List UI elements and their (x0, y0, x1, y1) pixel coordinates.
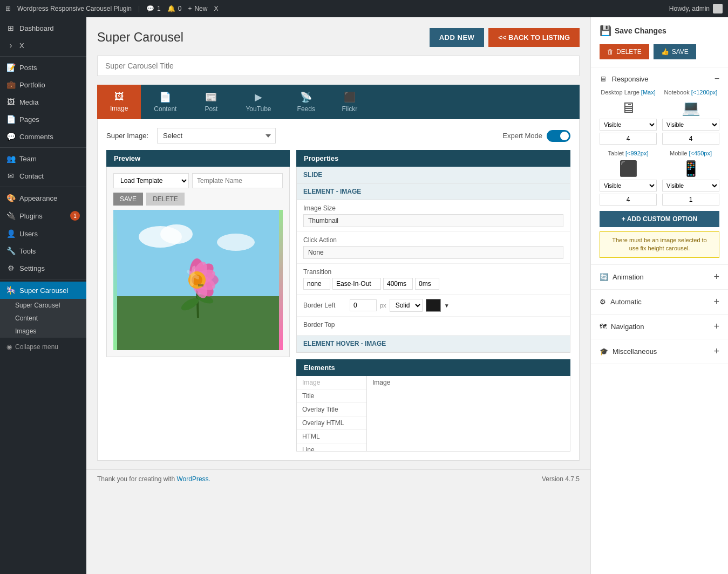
element-item-line[interactable]: Line (297, 443, 366, 451)
sidebar-item-x[interactable]: › X (0, 37, 86, 54)
new-link[interactable]: + New (188, 5, 207, 12)
site-icon[interactable]: ⊞ (5, 5, 11, 12)
x-icon: › (6, 41, 15, 50)
border-left-value[interactable] (350, 299, 377, 311)
two-col-panel: Preview Load Template SAVE DELETE (106, 150, 570, 452)
save-icon: 💾 (600, 25, 611, 37)
tablet-num-input[interactable] (600, 194, 657, 206)
notebook-icon: 💻 (662, 99, 719, 117)
element-item-html[interactable]: HTML (297, 430, 366, 443)
element-item-title[interactable]: Title (297, 390, 366, 403)
tab-label: Feeds (297, 105, 315, 113)
image-size-row: Image Size (297, 200, 570, 232)
sidebar-item-settings[interactable]: ⚙ Settings (0, 259, 86, 277)
template-delete-button[interactable]: DELETE (146, 193, 185, 206)
automatic-header[interactable]: ⚙ Automatic + (591, 290, 728, 314)
tab-label: YouTube (246, 105, 271, 113)
site-name[interactable]: Wordpress Responsive Carousel Plugin (17, 5, 132, 12)
transition-duration[interactable] (383, 278, 413, 290)
media-icon: 🖼 (6, 98, 15, 106)
notebook-visible-select[interactable]: Visible (662, 119, 719, 131)
wordpress-link[interactable]: WordPress. (176, 475, 210, 483)
delete-label: DELETE (616, 48, 642, 56)
submenu-item-super-carousel[interactable]: Super Carousel (0, 299, 86, 312)
navigation-header[interactable]: 🗺 Navigation + (591, 315, 728, 339)
slide-section-header[interactable]: SLIDE (297, 167, 570, 183)
sidebar-item-team[interactable]: 👥 Team (0, 150, 86, 167)
delete-button[interactable]: 🗑 DELETE (600, 44, 649, 59)
action-buttons: 🗑 DELETE 👍 SAVE (591, 44, 728, 67)
element-item-overlay-html[interactable]: Overlay HTML (297, 416, 366, 430)
swatch-arrow[interactable]: ▼ (444, 303, 450, 309)
submenu-label: Super Carousel (15, 302, 60, 309)
navigation-section: 🗺 Navigation + (591, 315, 728, 339)
close-link[interactable]: X (214, 5, 218, 12)
collapse-menu-button[interactable]: ◉ Collapse menu (0, 338, 86, 356)
submenu-item-images[interactable]: Images (0, 325, 86, 338)
image-size-input[interactable] (303, 214, 563, 227)
sidebar-item-contact[interactable]: ✉ Contact (0, 167, 86, 184)
expert-mode-toggle[interactable] (547, 130, 570, 142)
sidebar-item-appearance[interactable]: 🎨 Appearance (0, 189, 86, 207)
automatic-icon: ⚙ (600, 298, 606, 306)
sidebar-item-super-carousel[interactable]: 🎠 Super Carousel (0, 282, 86, 299)
save-button[interactable]: 👍 SAVE (654, 44, 696, 59)
notebook-num-input[interactable] (662, 133, 719, 145)
mobile-visible-select[interactable]: Visible (662, 180, 719, 192)
sidebar-item-plugins[interactable]: 🔌 Plugins 1 (0, 207, 86, 225)
desktop-num-input[interactable] (600, 133, 657, 145)
submenu-label: Content (15, 315, 38, 322)
miscellaneous-expand-icon: + (713, 346, 719, 357)
submenu-item-content[interactable]: Content (0, 312, 86, 325)
save-changes-button[interactable]: 💾 Save Changes (600, 25, 666, 37)
mobile-num-input[interactable] (662, 194, 719, 206)
sidebar-item-users[interactable]: 👤 Users (0, 225, 86, 242)
element-item-overlay-title[interactable]: Overlay Title (297, 403, 366, 416)
border-left-style[interactable]: Solid (390, 299, 423, 312)
transition-type[interactable] (303, 278, 330, 290)
admin-menu: ⊞ Dashboard › X 📝 Posts 💼 Portfolio 🖼 Me… (0, 17, 86, 574)
resp-mobile: Mobile [<450px] 📱 Visible (662, 150, 719, 206)
tab-image[interactable]: 🖼 Image (97, 85, 141, 119)
sidebar-item-portfolio[interactable]: 💼 Portfolio (0, 76, 86, 93)
add-custom-option-button[interactable]: + ADD CUSTOM OPTION (600, 211, 719, 227)
updates-link[interactable]: 🔔 0 (167, 5, 182, 12)
transition-easing[interactable] (332, 278, 381, 290)
responsive-collapse-button[interactable]: − (715, 74, 719, 84)
sidebar-item-dashboard[interactable]: ⊞ Dashboard (0, 19, 86, 37)
content-wrap: Super Carousel ADD NEW << BACK TO LISTIN… (86, 17, 590, 461)
click-action-input[interactable] (303, 246, 563, 259)
tab-feeds[interactable]: 📡 Feeds (284, 85, 328, 119)
sidebar-item-media[interactable]: 🖼 Media (0, 93, 86, 111)
back-to-listing-button[interactable]: << BACK TO LISTING (488, 28, 580, 47)
add-new-button[interactable]: ADD NEW (430, 28, 485, 47)
tab-content[interactable]: 📄 Content (141, 85, 189, 119)
element-item-image[interactable]: Image (297, 376, 366, 390)
tab-youtube[interactable]: ▶ YouTube (233, 85, 284, 119)
load-template-select[interactable]: Load Template (113, 173, 189, 188)
elements-header: Elements (296, 359, 570, 376)
tablet-visible-select[interactable]: Visible (600, 180, 657, 192)
transition-inputs (303, 278, 563, 290)
element-image-section-header[interactable]: ELEMENT - IMAGE (297, 183, 570, 200)
tab-flickr[interactable]: ⬛ Flickr (328, 85, 371, 119)
transition-delay[interactable] (415, 278, 439, 290)
sidebar-item-label: Plugins (19, 212, 43, 220)
miscellaneous-header[interactable]: 🎓 Miscellaneous + (591, 339, 728, 364)
comments-link[interactable]: 💬 1 (146, 5, 161, 12)
element-hover-section-header[interactable]: ELEMENT HOVER - IMAGE (297, 336, 570, 352)
sidebar-item-pages[interactable]: 📄 Pages (0, 111, 86, 128)
carousel-title-input[interactable] (97, 56, 580, 76)
tab-post[interactable]: 📰 Post (189, 85, 233, 119)
sidebar-item-posts[interactable]: 📝 Posts (0, 59, 86, 76)
border-color-swatch[interactable] (426, 299, 441, 312)
super-image-select[interactable]: Select (157, 128, 276, 144)
element-right-item-image[interactable]: Image (367, 376, 570, 389)
desktop-visible-select[interactable]: Visible (600, 119, 657, 131)
sidebar-item-comments[interactable]: 💬 Comments (0, 128, 86, 145)
mobile-label: Mobile [<450px] (662, 150, 719, 156)
template-name-input[interactable] (192, 173, 283, 188)
sidebar-item-tools[interactable]: 🔧 Tools (0, 242, 86, 259)
animation-header[interactable]: 🔄 Animation + (591, 265, 728, 289)
template-save-button[interactable]: SAVE (113, 193, 143, 206)
